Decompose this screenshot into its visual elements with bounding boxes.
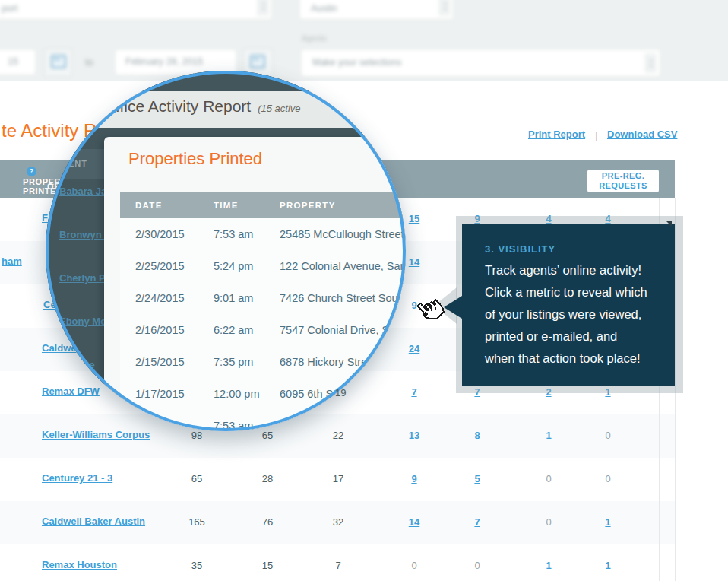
properties-printed-value: 0 bbox=[391, 560, 437, 571]
metric-value: 32 bbox=[315, 516, 361, 528]
magnified-page-title: ffice Activity Report(15 active bbox=[116, 97, 301, 116]
metric-value: 7 bbox=[315, 560, 361, 571]
popup-row: 2/16/20156:22 am7547 Colonial Drive, Sa bbox=[120, 314, 406, 347]
agent-column-header: ENT bbox=[68, 159, 87, 168]
metric-value: 76 bbox=[245, 516, 290, 528]
contact-info-viewed-link[interactable]: 7 bbox=[454, 516, 500, 528]
agent-link[interactable]: Cherlyn P bbox=[59, 272, 106, 284]
office-link[interactable]: Centurey 21 - 3 bbox=[42, 472, 112, 484]
agents-spinner-icon[interactable]: ▲▼ bbox=[645, 53, 657, 73]
tooltip-text-line: printed or e-mailed, and bbox=[485, 329, 617, 344]
calendar-icon bbox=[250, 55, 265, 68]
emails-sent-value: 0 bbox=[526, 516, 571, 528]
tooltip-text-line: of your listings were viewed, bbox=[485, 307, 641, 322]
calendar-icon bbox=[51, 55, 66, 68]
date-start-value: 15 bbox=[8, 56, 18, 67]
city-value: Austin bbox=[311, 3, 337, 14]
date-end-value: February 28, 2015 bbox=[125, 56, 203, 67]
tooltip-text-line: Click a metric to reveal which bbox=[485, 285, 647, 300]
metric-value-overlay: 19 bbox=[335, 387, 346, 398]
office-link[interactable]: Caldwell Baker Austin bbox=[42, 516, 145, 527]
popup-title: Properties Printed bbox=[128, 149, 262, 169]
popup-row: 2/25/20155:24 pm122 Colonial Avenue, San… bbox=[120, 250, 406, 283]
office-activity-report-page: port ▲▼ Austin ▲▼ 15 to February 28, 201… bbox=[0, 0, 728, 581]
prereg-requests-value: 0 bbox=[585, 473, 631, 484]
prereg-requests-link[interactable]: 1 bbox=[585, 560, 631, 571]
metric-value: 65 bbox=[245, 430, 290, 441]
visibility-tooltip: 3. VISIBILITY Track agents’ online activ… bbox=[462, 224, 675, 386]
agents-multiselect[interactable]: Make your selections ▲▼ bbox=[302, 50, 660, 76]
download-csv-link[interactable]: Download CSV bbox=[607, 129, 677, 140]
date-column-header: DATE bbox=[135, 201, 163, 210]
metric-value: 98 bbox=[174, 430, 220, 441]
metric-value: 65 bbox=[174, 473, 220, 484]
table-row[interactable]: Keller-Williams Corpus 98 65 22 13 8 1 0 bbox=[0, 414, 675, 459]
filter-form-area: port ▲▼ Austin ▲▼ 15 to February 28, 201… bbox=[0, 0, 728, 81]
emails-sent-link[interactable]: 1 bbox=[526, 560, 571, 571]
date-range-separator: to bbox=[85, 57, 93, 68]
properties-printed-link[interactable]: 7 bbox=[391, 386, 437, 398]
link-divider: | bbox=[595, 129, 597, 141]
properties-printed-link[interactable]: 24 bbox=[391, 343, 437, 354]
report-type-value: port bbox=[2, 3, 18, 14]
city-spinner-icon[interactable]: ▲▼ bbox=[439, 0, 451, 16]
emails-sent-value: 0 bbox=[526, 473, 571, 484]
contact-info-viewed-link[interactable]: 8 bbox=[454, 430, 500, 441]
table-row[interactable]: Caldwell Baker Austin 165 76 32 14 7 0 1 bbox=[0, 501, 675, 545]
table-row[interactable]: Remax Houston 35 15 7 0 0 1 1 bbox=[0, 544, 675, 580]
office-link[interactable]: ham bbox=[2, 256, 22, 267]
properties-printed-link[interactable]: 14 bbox=[391, 516, 437, 528]
popup-row: 2/24/20159:01 am7426 Church Street South bbox=[120, 282, 406, 315]
prereg-requests-link[interactable]: 1 bbox=[585, 516, 631, 528]
magnified-title-band: ffice Activity Report(15 active bbox=[46, 91, 406, 128]
properties-printed-link[interactable]: 9 bbox=[391, 473, 437, 484]
active-count-label: (15 active bbox=[258, 103, 300, 114]
hand-cursor-icon bbox=[413, 294, 449, 331]
metric-value: 165 bbox=[174, 516, 220, 528]
report-type-spinner-icon[interactable]: ▲▼ bbox=[258, 0, 269, 16]
date-start-calendar-button[interactable] bbox=[44, 49, 72, 77]
metric-value: 35 bbox=[174, 560, 220, 571]
office-link[interactable]: Keller-Williams Corpus bbox=[42, 429, 150, 440]
office-link[interactable]: Remax DFW bbox=[42, 386, 100, 397]
office-link[interactable]: F bbox=[42, 212, 48, 224]
agents-placeholder: Make your selections bbox=[312, 57, 401, 68]
page-title: te Activity R bbox=[2, 120, 97, 141]
date-start-field[interactable]: 15 bbox=[0, 50, 35, 75]
help-icon[interactable]: ? bbox=[27, 167, 36, 176]
agents-label: Agents bbox=[302, 33, 327, 43]
properties-printed-link[interactable]: 13 bbox=[391, 430, 437, 441]
column-header-prereg-requests[interactable]: PRE-REG.REQUESTS bbox=[587, 170, 659, 192]
table-row[interactable]: Centurey 21 - 3 65 28 17 9 5 0 0 bbox=[0, 458, 675, 502]
tooltip-corner-mark bbox=[666, 221, 672, 232]
tooltip-text-line: Track agents’ online activity! bbox=[485, 263, 641, 278]
emails-sent-link[interactable]: 1 bbox=[526, 430, 571, 441]
contact-info-viewed-link[interactable]: 5 bbox=[454, 473, 500, 484]
time-column-header: TIME bbox=[214, 201, 239, 210]
metric-value: 17 bbox=[315, 473, 361, 484]
metric-value: 28 bbox=[245, 473, 290, 484]
metric-value: 15 bbox=[245, 560, 290, 571]
report-type-select[interactable]: port ▲▼ bbox=[0, 0, 271, 19]
contact-info-viewed-value: 0 bbox=[454, 560, 500, 571]
tooltip-text-line: when that action took place! bbox=[485, 351, 641, 366]
metric-value: 22 bbox=[315, 430, 361, 441]
prereg-requests-value: 0 bbox=[585, 430, 631, 441]
magnifier-circle: ffice Activity Report(15 active ENT Baba… bbox=[46, 71, 406, 431]
city-select[interactable]: Austin ▲▼ bbox=[300, 0, 453, 19]
office-link[interactable]: Remax Houston bbox=[42, 559, 117, 570]
print-report-link[interactable]: Print Report bbox=[528, 129, 585, 140]
tooltip-title: 3. VISIBILITY bbox=[485, 243, 555, 255]
property-column-header: PROPERTY bbox=[280, 201, 336, 210]
agent-link[interactable]: Babara Ja bbox=[59, 186, 106, 197]
agent-link[interactable]: Ebony Me bbox=[59, 316, 106, 327]
popup-row: 2/30/20157:53 am25485 McCullough Street … bbox=[120, 218, 406, 251]
popup-table-header: DATE TIME PROPERTY bbox=[120, 192, 406, 218]
